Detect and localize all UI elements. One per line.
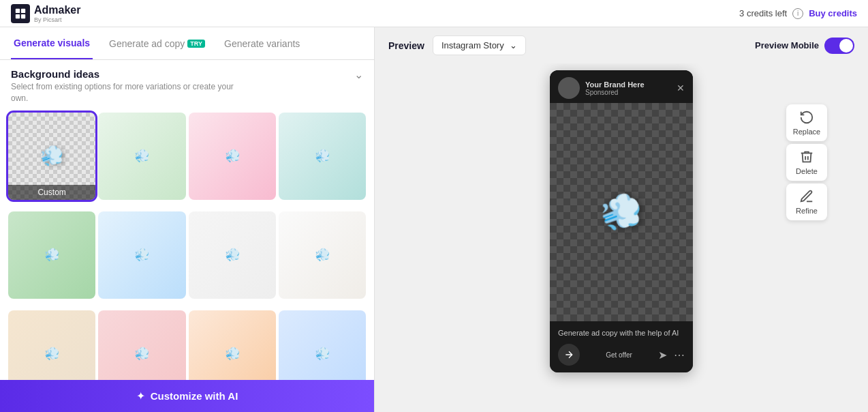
phone-product-image: 💨	[595, 186, 648, 238]
svg-rect-2	[16, 14, 20, 18]
phone-avatar	[558, 77, 580, 99]
grid-item-label-1: Custom	[8, 185, 95, 200]
replace-label: Replace	[793, 128, 820, 136]
collapse-button[interactable]: ⌄	[354, 68, 363, 81]
phone-bottom: Generate ad copy with the help of AI Get…	[550, 321, 693, 372]
grid-item-8[interactable]: 💨	[279, 211, 366, 299]
product-icon-9: 💨	[42, 344, 61, 364]
tab-generate-variants[interactable]: Generate variants	[221, 27, 303, 59]
phone-brand-name: Your Brand Here	[585, 80, 645, 89]
section-desc: Select from existing options for more va…	[11, 81, 243, 104]
phone-brand-info: Your Brand Here Sponsored	[585, 80, 645, 96]
dropdown-value: Instagram Story	[441, 40, 504, 50]
product-icon-11: 💨	[223, 344, 242, 364]
product-icon-10: 💨	[132, 344, 151, 364]
phone-sponsored-label: Sponsored	[585, 89, 645, 96]
preview-label: Preview	[388, 40, 424, 51]
toggle-knob	[839, 39, 853, 53]
product-thumb-6: 💨	[98, 211, 185, 299]
section-header: Background ideas Select from existing op…	[0, 60, 374, 107]
left-panel: Generate visuals Generate ad copy TRY Ge…	[0, 27, 375, 412]
grid-item-3[interactable]: 💨	[189, 113, 276, 200]
main-layout: Generate visuals Generate ad copy TRY Ge…	[0, 27, 868, 412]
phone-mockup: Your Brand Here Sponsored ✕ 💨 Generate a…	[550, 70, 693, 372]
tab-generate-visuals[interactable]: Generate visuals	[11, 27, 93, 59]
grid-item-1[interactable]: 💨 Custom	[8, 113, 95, 200]
svg-rect-0	[16, 8, 20, 12]
product-icon-12: 💨	[313, 344, 332, 364]
buy-credits-button[interactable]: Buy credits	[809, 8, 857, 18]
svg-rect-1	[21, 8, 25, 12]
section-title: Background ideas	[11, 68, 243, 80]
product-thumb-7: 💨	[189, 211, 276, 299]
chevron-down-icon: ⌄	[510, 40, 517, 50]
svg-rect-3	[21, 14, 25, 18]
offer-button[interactable]	[558, 344, 580, 366]
send-icon[interactable]: ➤	[658, 349, 667, 362]
refine-label: Refine	[796, 207, 818, 215]
product-icon-5: 💨	[42, 246, 61, 265]
preview-mobile: Preview Mobile	[755, 38, 854, 54]
replace-icon	[799, 110, 814, 125]
replace-button[interactable]: Replace	[786, 104, 827, 141]
product-icon-2: 💨	[132, 147, 151, 166]
product-thumb-4: 💨	[279, 113, 366, 200]
info-icon[interactable]: i	[792, 8, 803, 19]
phone-checker-bg: 💨	[550, 103, 693, 321]
product-icon-1: 💨	[37, 141, 67, 171]
phone-copy-text: Generate ad copy with the help of AI	[558, 328, 685, 338]
more-icon[interactable]: ⋯	[674, 349, 685, 362]
wand-icon: ✦	[136, 389, 145, 402]
section-info: Background ideas Select from existing op…	[11, 68, 243, 104]
header-right: 3 credits left i Buy credits	[739, 8, 857, 19]
grid-item-4[interactable]: 💨	[279, 113, 366, 200]
customize-bar-text: Customize with AI	[151, 390, 238, 402]
phone-content: 💨	[550, 103, 693, 321]
product-thumb-2: 💨	[98, 113, 185, 200]
tab-generate-ad-copy[interactable]: Generate ad copy TRY	[106, 27, 208, 59]
refine-icon	[799, 189, 814, 204]
header: Admaker By Picsart 3 credits left i Buy …	[0, 0, 868, 27]
product-icon-4: 💨	[313, 147, 332, 166]
preview-header: Preview Instagram Story ⌄ Preview Mobile	[375, 27, 868, 63]
logo: Admaker By Picsart	[11, 4, 80, 23]
right-panel: Preview Instagram Story ⌄ Preview Mobile	[375, 27, 868, 412]
product-icon-3: 💨	[223, 147, 242, 166]
preview-mobile-label: Preview Mobile	[755, 40, 819, 50]
preview-mobile-toggle[interactable]	[824, 38, 854, 54]
delete-button[interactable]: Delete	[786, 144, 827, 181]
product-icon-8: 💨	[313, 246, 332, 265]
grid-item-5[interactable]: 💨	[8, 211, 95, 299]
logo-main-text: Admaker	[34, 4, 80, 16]
logo-icon	[11, 4, 30, 23]
grid-item-2[interactable]: 💨	[98, 113, 185, 200]
phone-close-icon[interactable]: ✕	[677, 83, 685, 93]
offer-label: Get offer	[606, 351, 632, 359]
product-thumb-5: 💨	[8, 211, 95, 299]
product-icon-7: 💨	[223, 246, 242, 265]
product-thumb-3: 💨	[189, 113, 276, 200]
format-dropdown[interactable]: Instagram Story ⌄	[433, 35, 526, 55]
preview-area: Your Brand Here Sponsored ✕ 💨 Generate a…	[375, 63, 868, 412]
phone-actions: Get offer ➤ ⋯	[558, 344, 685, 366]
phone-action-icons: ➤ ⋯	[658, 349, 685, 362]
phone-top-bar: Your Brand Here Sponsored ✕	[550, 70, 693, 103]
delete-icon	[799, 149, 814, 164]
grid-item-7[interactable]: 💨	[189, 211, 276, 299]
credits-left: 3 credits left	[739, 8, 787, 18]
logo-sub-text: By Picsart	[34, 16, 80, 23]
side-actions: Replace Delete Refine	[786, 104, 827, 220]
logo-text: Admaker By Picsart	[34, 4, 80, 23]
product-thumb-8: 💨	[279, 211, 366, 299]
tabs-bar: Generate visuals Generate ad copy TRY Ge…	[0, 27, 374, 60]
grid-item-6[interactable]: 💨	[98, 211, 185, 299]
tab-badge: TRY	[187, 40, 205, 48]
refine-button[interactable]: Refine	[786, 183, 827, 220]
background-grid: 💨 Custom 💨 💨 💨	[0, 107, 374, 412]
customize-bar[interactable]: ✦ Customize with AI	[0, 380, 374, 412]
delete-label: Delete	[796, 167, 818, 175]
product-icon-6: 💨	[132, 246, 151, 265]
